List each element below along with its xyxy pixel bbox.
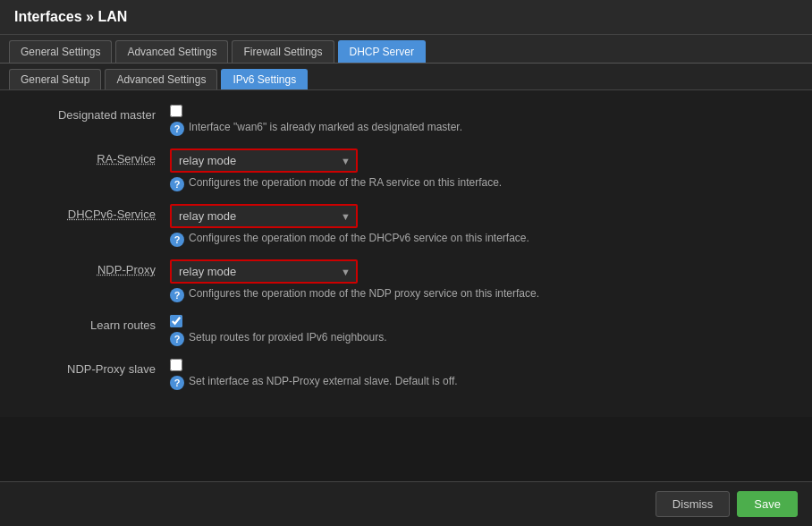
row-learn-routes: Learn routes ? Setup routes for proxied … — [18, 315, 794, 346]
info-text-ndp-proxy: Configures the operation mode of the NDP… — [189, 287, 539, 300]
info-icon-ndp-proxy-slave: ? — [170, 376, 184, 390]
info-text-ra-service: Configures the operation mode of the RA … — [189, 176, 502, 189]
info-designated-master: ? Interface "wan6" is already marked as … — [170, 121, 794, 136]
tab-firewall-settings[interactable]: Firewall Settings — [232, 40, 334, 63]
label-ndp-proxy: NDP-Proxy — [18, 259, 170, 276]
label-designated-master: Designated master — [18, 105, 170, 122]
info-text-designated-master: Interface "wan6" is already marked as de… — [189, 121, 462, 133]
save-button[interactable]: Save — [737, 491, 798, 517]
checkbox-learn-routes[interactable] — [170, 315, 182, 327]
sub-tab-general-setup[interactable]: General Setup — [9, 69, 101, 89]
row-ndp-proxy-slave: NDP-Proxy slave ? Set interface as NDP-P… — [18, 359, 794, 390]
info-icon-designated-master: ? — [170, 122, 184, 136]
info-icon-ndp-proxy: ? — [170, 288, 184, 302]
info-text-ndp-proxy-slave: Set interface as NDP-Proxy external slav… — [189, 375, 458, 387]
label-dhcpv6-service: DHCPv6-Service — [18, 204, 170, 221]
sub-tab-advanced-settings[interactable]: Advanced Settings — [105, 69, 217, 89]
checkbox-ndp-proxy-slave[interactable] — [170, 359, 182, 371]
content-area: Designated master ? Interface "wan6" is … — [0, 90, 812, 417]
label-ndp-proxy-slave: NDP-Proxy slave — [18, 359, 170, 376]
page-title: Interfaces » LAN — [14, 9, 127, 24]
select-ndp-proxy[interactable]: disabled relay mode hybrid mode — [170, 259, 358, 284]
sub-tab-ipv6-settings[interactable]: IPv6 Settings — [221, 69, 308, 89]
row-dhcpv6-service: DHCPv6-Service disabled server mode rela… — [18, 204, 794, 247]
tab-dhcp-server[interactable]: DHCP Server — [338, 40, 426, 63]
select-wrapper-ndp-proxy: disabled relay mode hybrid mode ▼ — [170, 259, 358, 284]
dismiss-button[interactable]: Dismiss — [656, 491, 731, 517]
label-ra-service: RA-Service — [18, 148, 170, 165]
select-dhcpv6-service[interactable]: disabled server mode relay mode hybrid m… — [170, 204, 358, 228]
row-ndp-proxy: NDP-Proxy disabled relay mode hybrid mod… — [18, 259, 794, 302]
select-ra-service[interactable]: disabled server mode relay mode hybrid m… — [170, 148, 358, 173]
tab-general-settings[interactable]: General Settings — [9, 40, 112, 63]
row-designated-master: Designated master ? Interface "wan6" is … — [18, 105, 794, 136]
control-learn-routes: ? Setup routes for proxied IPv6 neighbou… — [170, 315, 794, 346]
info-text-dhcpv6-service: Configures the operation mode of the DHC… — [189, 232, 529, 244]
info-icon-learn-routes: ? — [170, 332, 184, 346]
info-learn-routes: ? Setup routes for proxied IPv6 neighbou… — [170, 331, 794, 346]
control-designated-master: ? Interface "wan6" is already marked as … — [170, 105, 794, 136]
checkbox-designated-master[interactable] — [170, 105, 182, 117]
select-wrapper-dhcpv6-service: disabled server mode relay mode hybrid m… — [170, 204, 358, 228]
main-content: Designated master ? Interface "wan6" is … — [0, 90, 812, 473]
label-learn-routes: Learn routes — [18, 315, 170, 332]
info-icon-dhcpv6-service: ? — [170, 233, 184, 247]
info-text-learn-routes: Setup routes for proxied IPv6 neighbours… — [189, 331, 386, 344]
control-dhcpv6-service: disabled server mode relay mode hybrid m… — [170, 204, 794, 247]
control-ra-service: disabled server mode relay mode hybrid m… — [170, 148, 794, 191]
info-dhcpv6-service: ? Configures the operation mode of the D… — [170, 232, 794, 247]
checkbox-wrap-learn-routes — [170, 315, 794, 327]
checkbox-wrap-designated-master — [170, 105, 794, 117]
control-ndp-proxy-slave: ? Set interface as NDP-Proxy external sl… — [170, 359, 794, 390]
footer: Dismiss Save — [0, 481, 812, 526]
page-header: Interfaces » LAN — [0, 0, 812, 35]
sub-tab-bar: General Setup Advanced Settings IPv6 Set… — [0, 64, 812, 90]
info-ra-service: ? Configures the operation mode of the R… — [170, 176, 794, 191]
row-ra-service: RA-Service disabled server mode relay mo… — [18, 148, 794, 191]
control-ndp-proxy: disabled relay mode hybrid mode ▼ ? Conf… — [170, 259, 794, 302]
info-ndp-proxy: ? Configures the operation mode of the N… — [170, 287, 794, 302]
info-icon-ra-service: ? — [170, 177, 184, 191]
select-wrapper-ra-service: disabled server mode relay mode hybrid m… — [170, 148, 358, 173]
top-tab-bar: General Settings Advanced Settings Firew… — [0, 35, 812, 64]
tab-advanced-settings[interactable]: Advanced Settings — [115, 40, 228, 63]
checkbox-wrap-ndp-proxy-slave — [170, 359, 794, 371]
info-ndp-proxy-slave: ? Set interface as NDP-Proxy external sl… — [170, 375, 794, 390]
